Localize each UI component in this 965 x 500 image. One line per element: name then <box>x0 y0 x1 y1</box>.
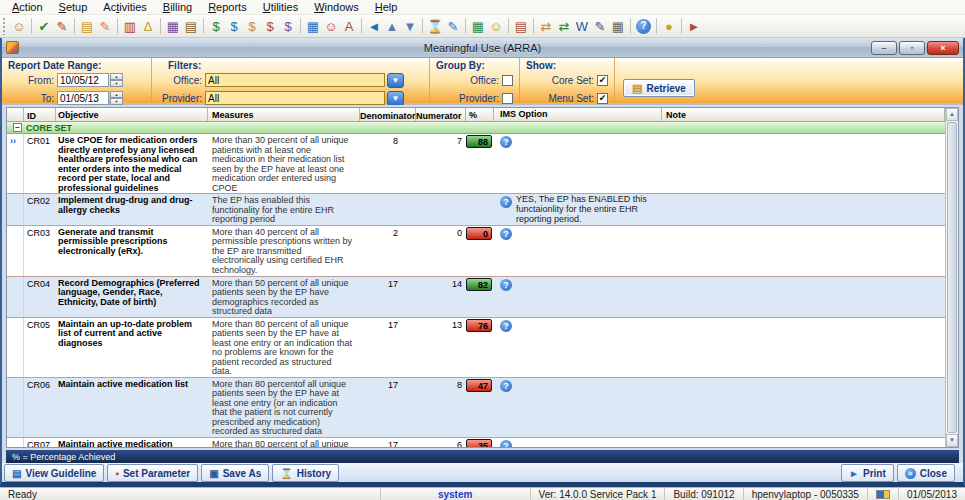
superbill-ledger-icon[interactable]: ▤ <box>182 17 200 35</box>
menu-action[interactable]: Action <box>4 1 51 13</box>
provider-filter-input[interactable] <box>205 91 385 105</box>
spin-down-icon[interactable]: ▼ <box>110 98 123 105</box>
from-date-input[interactable] <box>57 73 109 87</box>
data-exchange-icon[interactable]: ⇄ <box>555 17 573 35</box>
patient-flow-icon[interactable]: ☺ <box>322 17 340 35</box>
scroll-down-icon[interactable]: ▼ <box>946 434 958 447</box>
from-date-spinner[interactable]: ▲▼ <box>110 73 123 87</box>
to-date-input[interactable] <box>57 91 109 105</box>
retrieve-button[interactable]: ▤ Retrieve <box>623 79 695 97</box>
collapse-icon[interactable]: − <box>13 123 22 132</box>
print-button[interactable]: ►Print <box>841 464 894 482</box>
menu-set-checkbox[interactable]: ✔ <box>597 93 608 104</box>
vertical-scrollbar[interactable]: ▲ ▼ <box>945 108 958 447</box>
referral-letter-icon[interactable]: A <box>340 17 358 35</box>
table-row[interactable]: CR02 Implement drug-drug and drug-allerg… <box>7 194 945 226</box>
row-id: CR05 <box>24 318 56 377</box>
menu-reports[interactable]: Reports <box>200 1 255 13</box>
help-icon[interactable]: ? <box>500 196 512 208</box>
close-window-button[interactable]: × <box>927 41 959 55</box>
history-button[interactable]: ⌛History <box>272 464 339 482</box>
office-dropdown-icon[interactable]: ▼ <box>387 73 404 88</box>
check-out-icon[interactable]: ▼ <box>401 17 419 35</box>
amend-document-icon[interactable]: ✎ <box>444 17 462 35</box>
remittance-icon[interactable]: $ <box>279 17 297 35</box>
window-titlebar[interactable]: Meaningful Use (ARRA) – ▫ × <box>2 38 963 58</box>
menu-utilities[interactable]: Utilities <box>255 1 306 13</box>
core-set-group-row[interactable]: − CORE SET <box>7 122 945 134</box>
scrollbar-thumb[interactable] <box>947 122 957 433</box>
patient-icon[interactable]: ☺ <box>10 17 28 35</box>
to-date-spinner[interactable]: ▲▼ <box>110 91 123 105</box>
close-button[interactable]: ×Close <box>897 464 955 482</box>
parameter-icon: ▪ <box>115 468 119 479</box>
table-row[interactable]: CR03 Generate and transmit permissible p… <box>7 226 945 277</box>
restore-button[interactable]: ▫ <box>899 41 925 55</box>
help-icon[interactable]: ? <box>500 279 512 291</box>
help-icon[interactable]: ? <box>500 136 512 148</box>
numerator-column-header[interactable]: Numerator <box>416 108 466 121</box>
lab-flask-icon[interactable]: Δ <box>139 17 157 35</box>
sql-query-icon[interactable]: ▦ <box>609 17 627 35</box>
spin-up-icon[interactable]: ▲ <box>110 73 123 80</box>
scroll-up-icon[interactable]: ▲ <box>946 108 958 121</box>
group-provider-checkbox[interactable] <box>502 93 513 104</box>
reports-book-icon[interactable]: ▤ <box>512 17 530 35</box>
diagnosis-book-icon[interactable]: ▥ <box>121 17 139 35</box>
letter-editor-icon[interactable]: ✎ <box>591 17 609 35</box>
menu-billing[interactable]: Billing <box>155 1 200 13</box>
menu-windows[interactable]: Windows <box>306 1 367 13</box>
payment-icon[interactable]: $ <box>207 17 225 35</box>
measures-column-header[interactable]: Measures <box>208 108 360 121</box>
group-office-checkbox[interactable] <box>502 75 513 86</box>
denominator-column-header[interactable]: Denominator <box>360 108 416 121</box>
statistics-chart-icon[interactable]: ▦ <box>469 17 487 35</box>
ims-option-column-header[interactable]: IMS Option <box>494 108 662 121</box>
spin-up-icon[interactable]: ▲ <box>110 91 123 98</box>
percent-column-header[interactable]: % <box>466 108 494 121</box>
claim-icon[interactable]: $ <box>261 17 279 35</box>
table-row[interactable]: CR05 Maintain an up-to-date problem list… <box>7 318 945 378</box>
progress-note-icon[interactable]: ✎ <box>96 17 114 35</box>
spin-down-icon[interactable]: ▼ <box>110 80 123 87</box>
help-icon[interactable]: ? <box>500 320 512 332</box>
table-row[interactable]: CR06 Maintain active medication list Mor… <box>7 378 945 438</box>
marker-column-header[interactable] <box>7 108 24 121</box>
charge-icon[interactable]: $ <box>225 17 243 35</box>
office-filter-input[interactable] <box>205 73 385 87</box>
payer-icon[interactable]: $ <box>243 17 261 35</box>
patient-check-icon[interactable]: ✔ <box>35 17 53 35</box>
patient-edit-icon[interactable]: ✎ <box>53 17 71 35</box>
lock-icon[interactable]: ● <box>660 17 678 35</box>
core-set-checkbox[interactable]: ✔ <box>597 75 608 86</box>
immunization-card-icon[interactable]: ▦ <box>164 17 182 35</box>
view-guideline-button[interactable]: ▤View Guideline <box>4 464 104 482</box>
help-icon[interactable]: ? <box>500 440 512 448</box>
appointment-book-icon[interactable]: ▦ <box>304 17 322 35</box>
document-history-icon[interactable]: ⌛ <box>426 17 444 35</box>
id-column-header[interactable]: ID <box>24 108 56 121</box>
patient-folder-icon[interactable]: ☺ <box>487 17 505 35</box>
set-parameter-button[interactable]: ▪Set Parameter <box>107 464 198 482</box>
word-export-icon[interactable]: W <box>573 17 591 35</box>
open-chart-icon[interactable]: ▤ <box>78 17 96 35</box>
help-icon[interactable]: ? <box>500 228 512 240</box>
provider-dropdown-icon[interactable]: ▼ <box>387 91 404 106</box>
objective-column-header[interactable]: Objective <box>56 108 208 121</box>
save-as-button[interactable]: ▣Save As <box>201 464 269 482</box>
toolbar-grip[interactable] <box>2 17 7 35</box>
note-column-header[interactable]: Note <box>662 108 945 121</box>
check-in-icon[interactable]: ▲ <box>383 17 401 35</box>
menu-activities[interactable]: Activities <box>95 1 154 13</box>
help-icon[interactable]: ? <box>636 19 651 34</box>
table-row[interactable]: CR07 Maintain active medication allergy … <box>7 438 945 448</box>
minimize-button[interactable]: – <box>871 41 897 55</box>
back-arrow-icon[interactable]: ◄ <box>365 17 383 35</box>
help-icon[interactable]: ? <box>500 380 512 392</box>
exit-icon[interactable]: ► <box>685 17 703 35</box>
menu-setup[interactable]: Setup <box>51 1 96 13</box>
table-row[interactable]: ›› CR01 Use CPOE for medication orders d… <box>7 134 945 194</box>
menu-help[interactable]: Help <box>367 1 406 13</box>
table-row[interactable]: CR04 Record Demographics (Preferred lang… <box>7 277 945 318</box>
export-data-icon[interactable]: ⇄ <box>537 17 555 35</box>
